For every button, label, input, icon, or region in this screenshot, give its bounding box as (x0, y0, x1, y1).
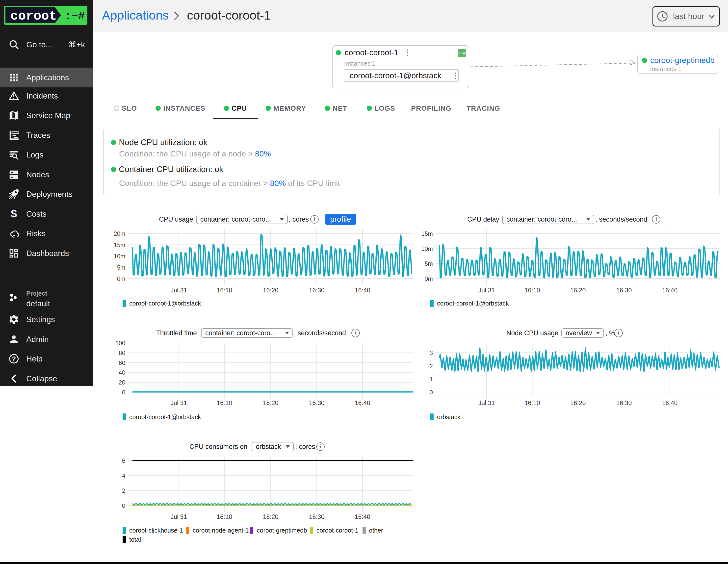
svg-text:0: 0 (430, 389, 433, 396)
svg-text:6: 6 (122, 457, 125, 464)
svg-text:100: 100 (115, 340, 125, 346)
svg-text:5m: 5m (117, 264, 125, 271)
svg-text:10m: 10m (114, 253, 125, 259)
svg-text:16:10: 16:10 (524, 287, 540, 294)
svg-text:0m: 0m (117, 275, 125, 282)
svg-text:16:40: 16:40 (662, 399, 678, 406)
svg-text:16:10: 16:10 (524, 399, 540, 406)
svg-text:5m: 5m (425, 260, 433, 267)
svg-text:2: 2 (122, 487, 125, 494)
svg-text:16:40: 16:40 (355, 287, 370, 294)
svg-text:2: 2 (430, 363, 433, 369)
svg-text:16:30: 16:30 (309, 287, 325, 294)
svg-text:16:20: 16:20 (263, 287, 279, 294)
svg-text:16:40: 16:40 (355, 399, 370, 406)
svg-text:20m: 20m (114, 230, 125, 237)
svg-text:15m: 15m (421, 230, 433, 237)
svg-text:10m: 10m (421, 245, 433, 252)
svg-text:16:10: 16:10 (217, 513, 232, 520)
svg-text:60: 60 (119, 359, 125, 366)
svg-text:0: 0 (122, 502, 125, 509)
svg-text:16:30: 16:30 (309, 399, 325, 406)
svg-text:1: 1 (430, 376, 433, 383)
svg-text:Jul 31: Jul 31 (171, 287, 187, 294)
svg-text:80: 80 (119, 350, 125, 356)
svg-text:16:20: 16:20 (570, 287, 586, 294)
svg-text:20: 20 (119, 379, 125, 386)
svg-text:16:40: 16:40 (355, 513, 370, 520)
svg-text:16:20: 16:20 (570, 399, 586, 406)
svg-text:16:10: 16:10 (217, 287, 232, 294)
svg-text:16:30: 16:30 (309, 513, 325, 520)
svg-text:3: 3 (430, 350, 433, 356)
svg-text:16:30: 16:30 (616, 287, 632, 294)
svg-text:Jul 31: Jul 31 (171, 513, 187, 520)
svg-text:16:30: 16:30 (616, 399, 632, 406)
svg-text:16:20: 16:20 (263, 513, 279, 520)
svg-text:40: 40 (119, 369, 125, 376)
svg-text:4: 4 (122, 472, 125, 479)
svg-text:16:20: 16:20 (263, 399, 279, 406)
svg-text:0: 0 (122, 389, 125, 396)
svg-text:15m: 15m (114, 242, 125, 248)
svg-text:Jul 31: Jul 31 (171, 399, 187, 406)
svg-text:16:40: 16:40 (662, 287, 678, 294)
svg-text:Jul 31: Jul 31 (478, 287, 495, 294)
svg-text:Jul 31: Jul 31 (478, 399, 495, 406)
svg-text:16:10: 16:10 (217, 399, 232, 406)
svg-text:0m: 0m (425, 275, 433, 282)
